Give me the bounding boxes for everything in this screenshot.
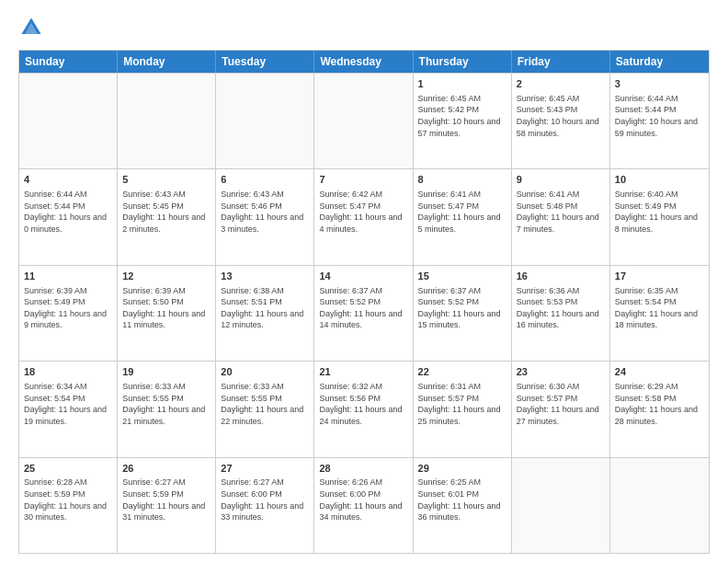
day-number: 22	[418, 365, 506, 379]
cal-week-2: 4Sunrise: 6:44 AMSunset: 5:44 PMDaylight…	[19, 168, 709, 264]
day-info: Sunrise: 6:31 AMSunset: 5:57 PMDaylight:…	[418, 381, 506, 427]
day-number: 23	[517, 365, 605, 379]
cal-header-monday: Monday	[118, 51, 216, 73]
cal-cell-day-15: 15Sunrise: 6:37 AMSunset: 5:52 PMDayligh…	[414, 266, 512, 361]
day-number: 1	[418, 77, 506, 91]
cal-cell-day-8: 8Sunrise: 6:41 AMSunset: 5:47 PMDaylight…	[414, 169, 512, 264]
cal-cell-day-6: 6Sunrise: 6:43 AMSunset: 5:46 PMDaylight…	[216, 169, 314, 264]
cal-cell-day-14: 14Sunrise: 6:37 AMSunset: 5:52 PMDayligh…	[314, 266, 413, 361]
day-number: 16	[517, 270, 605, 283]
logo	[18, 15, 48, 40]
day-number: 8	[418, 173, 506, 187]
cal-week-5: 25Sunrise: 6:28 AMSunset: 5:59 PMDayligh…	[19, 457, 709, 553]
cal-cell-day-3: 3Sunrise: 6:44 AMSunset: 5:44 PMDaylight…	[610, 74, 709, 168]
day-info: Sunrise: 6:41 AMSunset: 5:48 PMDaylight:…	[517, 189, 605, 235]
cal-cell-day-2: 2Sunrise: 6:45 AMSunset: 5:43 PMDaylight…	[512, 74, 610, 168]
day-info: Sunrise: 6:45 AMSunset: 5:43 PMDaylight:…	[517, 93, 605, 139]
day-number: 26	[122, 462, 210, 476]
day-number: 13	[221, 270, 309, 283]
cal-header-thursday: Thursday	[414, 51, 512, 73]
day-info: Sunrise: 6:44 AMSunset: 5:44 PMDaylight:…	[615, 93, 704, 139]
day-info: Sunrise: 6:40 AMSunset: 5:49 PMDaylight:…	[615, 189, 704, 235]
day-number: 3	[615, 77, 704, 91]
day-info: Sunrise: 6:45 AMSunset: 5:42 PMDaylight:…	[418, 93, 506, 139]
cal-cell-day-20: 20Sunrise: 6:33 AMSunset: 5:55 PMDayligh…	[216, 362, 314, 456]
cal-header-wednesday: Wednesday	[314, 51, 413, 73]
logo-icon	[18, 15, 44, 40]
day-number: 24	[615, 365, 704, 379]
cal-cell-day-27: 27Sunrise: 6:27 AMSunset: 6:00 PMDayligh…	[216, 458, 314, 553]
cal-week-4: 18Sunrise: 6:34 AMSunset: 5:54 PMDayligh…	[19, 361, 709, 456]
day-number: 2	[517, 77, 605, 91]
day-info: Sunrise: 6:37 AMSunset: 5:52 PMDaylight:…	[418, 285, 506, 331]
cal-cell-day-5: 5Sunrise: 6:43 AMSunset: 5:45 PMDaylight…	[118, 169, 216, 264]
page-header	[18, 15, 710, 40]
day-info: Sunrise: 6:26 AMSunset: 6:00 PMDaylight:…	[319, 477, 407, 523]
day-number: 21	[319, 365, 407, 379]
day-number: 5	[122, 173, 210, 187]
cal-cell-empty	[19, 74, 118, 168]
day-number: 14	[319, 270, 407, 283]
cal-cell-day-23: 23Sunrise: 6:30 AMSunset: 5:57 PMDayligh…	[512, 362, 610, 456]
day-info: Sunrise: 6:42 AMSunset: 5:47 PMDaylight:…	[319, 189, 407, 235]
day-info: Sunrise: 6:36 AMSunset: 5:53 PMDaylight:…	[517, 285, 605, 331]
cal-cell-day-25: 25Sunrise: 6:28 AMSunset: 5:59 PMDayligh…	[19, 458, 118, 553]
cal-cell-day-24: 24Sunrise: 6:29 AMSunset: 5:58 PMDayligh…	[610, 362, 709, 456]
day-number: 10	[615, 173, 704, 187]
day-number: 15	[418, 270, 506, 283]
day-info: Sunrise: 6:28 AMSunset: 5:59 PMDaylight:…	[24, 477, 112, 523]
day-number: 11	[24, 270, 112, 283]
day-info: Sunrise: 6:29 AMSunset: 5:58 PMDaylight:…	[615, 381, 704, 427]
day-number: 12	[122, 270, 210, 283]
day-number: 4	[24, 173, 112, 187]
day-info: Sunrise: 6:43 AMSunset: 5:45 PMDaylight:…	[122, 189, 210, 235]
cal-cell-empty	[216, 74, 314, 168]
cal-cell-empty	[512, 458, 610, 553]
day-number: 20	[221, 365, 309, 379]
cal-cell-empty	[610, 458, 709, 553]
cal-header-saturday: Saturday	[610, 51, 709, 73]
cal-header-sunday: Sunday	[19, 51, 118, 73]
calendar: SundayMondayTuesdayWednesdayThursdayFrid…	[18, 50, 710, 554]
day-info: Sunrise: 6:37 AMSunset: 5:52 PMDaylight:…	[319, 285, 407, 331]
day-info: Sunrise: 6:39 AMSunset: 5:49 PMDaylight:…	[24, 285, 112, 331]
cal-cell-day-17: 17Sunrise: 6:35 AMSunset: 5:54 PMDayligh…	[610, 266, 709, 361]
day-number: 29	[418, 462, 506, 476]
cal-cell-day-10: 10Sunrise: 6:40 AMSunset: 5:49 PMDayligh…	[610, 169, 709, 264]
calendar-header-row: SundayMondayTuesdayWednesdayThursdayFrid…	[19, 51, 709, 73]
cal-cell-day-9: 9Sunrise: 6:41 AMSunset: 5:48 PMDaylight…	[512, 169, 610, 264]
day-info: Sunrise: 6:32 AMSunset: 5:56 PMDaylight:…	[319, 381, 407, 427]
day-number: 18	[24, 365, 112, 379]
cal-cell-empty	[118, 74, 216, 168]
cal-header-friday: Friday	[512, 51, 610, 73]
day-number: 28	[319, 462, 407, 476]
day-info: Sunrise: 6:33 AMSunset: 5:55 PMDaylight:…	[221, 381, 309, 427]
day-info: Sunrise: 6:39 AMSunset: 5:50 PMDaylight:…	[122, 285, 210, 331]
cal-week-3: 11Sunrise: 6:39 AMSunset: 5:49 PMDayligh…	[19, 265, 709, 361]
cal-cell-day-11: 11Sunrise: 6:39 AMSunset: 5:49 PMDayligh…	[19, 266, 118, 361]
day-info: Sunrise: 6:38 AMSunset: 5:51 PMDaylight:…	[221, 285, 309, 331]
day-info: Sunrise: 6:30 AMSunset: 5:57 PMDaylight:…	[517, 381, 605, 427]
day-number: 7	[319, 173, 407, 187]
cal-week-1: 1Sunrise: 6:45 AMSunset: 5:42 PMDaylight…	[19, 73, 709, 168]
day-number: 19	[122, 365, 210, 379]
day-info: Sunrise: 6:25 AMSunset: 6:01 PMDaylight:…	[418, 477, 506, 523]
day-info: Sunrise: 6:43 AMSunset: 5:46 PMDaylight:…	[221, 189, 309, 235]
cal-cell-day-29: 29Sunrise: 6:25 AMSunset: 6:01 PMDayligh…	[414, 458, 512, 553]
cal-cell-day-12: 12Sunrise: 6:39 AMSunset: 5:50 PMDayligh…	[118, 266, 216, 361]
day-info: Sunrise: 6:33 AMSunset: 5:55 PMDaylight:…	[122, 381, 210, 427]
cal-cell-day-26: 26Sunrise: 6:27 AMSunset: 5:59 PMDayligh…	[118, 458, 216, 553]
cal-cell-day-28: 28Sunrise: 6:26 AMSunset: 6:00 PMDayligh…	[314, 458, 413, 553]
day-number: 17	[615, 270, 704, 283]
calendar-body: 1Sunrise: 6:45 AMSunset: 5:42 PMDaylight…	[19, 73, 709, 553]
day-info: Sunrise: 6:35 AMSunset: 5:54 PMDaylight:…	[615, 285, 704, 331]
cal-cell-day-16: 16Sunrise: 6:36 AMSunset: 5:53 PMDayligh…	[512, 266, 610, 361]
cal-cell-day-13: 13Sunrise: 6:38 AMSunset: 5:51 PMDayligh…	[216, 266, 314, 361]
cal-cell-day-7: 7Sunrise: 6:42 AMSunset: 5:47 PMDaylight…	[314, 169, 413, 264]
day-number: 27	[221, 462, 309, 476]
day-info: Sunrise: 6:41 AMSunset: 5:47 PMDaylight:…	[418, 189, 506, 235]
day-info: Sunrise: 6:27 AMSunset: 6:00 PMDaylight:…	[221, 477, 309, 523]
cal-header-tuesday: Tuesday	[216, 51, 314, 73]
day-number: 25	[24, 462, 112, 476]
cal-cell-day-19: 19Sunrise: 6:33 AMSunset: 5:55 PMDayligh…	[118, 362, 216, 456]
